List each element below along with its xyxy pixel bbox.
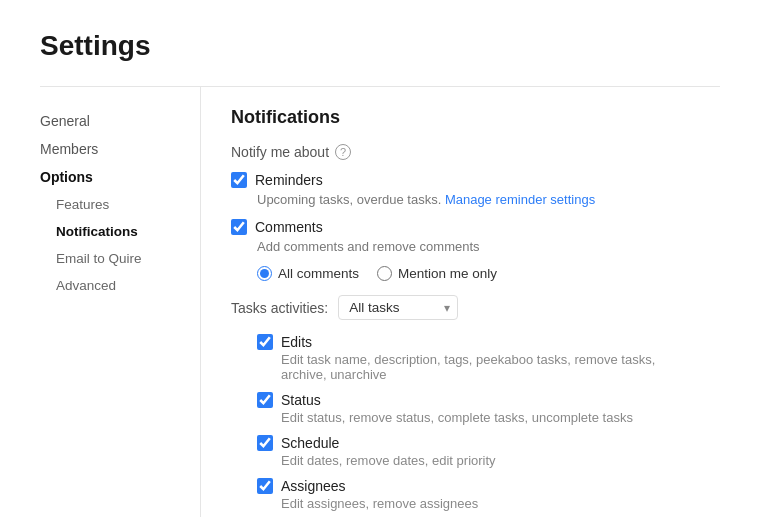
schedule-desc: Edit dates, remove dates, edit priority [281, 453, 690, 468]
tasks-select[interactable]: All tasks My tasks [338, 295, 458, 320]
reminders-row: Reminders [231, 172, 690, 188]
schedule-row: Schedule [257, 435, 690, 451]
tasks-select-wrapper: All tasks My tasks [338, 295, 458, 320]
edits-row: Edits [257, 334, 690, 350]
assignees-desc: Edit assignees, remove assignees [281, 496, 690, 511]
tasks-activities-row: Tasks activities: All tasks My tasks [231, 295, 690, 320]
comments-radio-group: All comments Mention me only [257, 266, 690, 281]
edits-checkbox[interactable] [257, 334, 273, 350]
main-panel: Notifications Notify me about ? Reminder… [200, 87, 720, 517]
info-icon[interactable]: ? [335, 144, 351, 160]
status-row: Status [257, 392, 690, 408]
sidebar-item-options[interactable]: Options [40, 163, 200, 191]
section-title: Notifications [231, 107, 690, 128]
status-desc: Edit status, remove status, complete tas… [281, 410, 690, 425]
sidebar: General Members Options Features Notific… [40, 87, 200, 517]
sidebar-item-notifications[interactable]: Notifications [40, 218, 200, 245]
reminders-checkbox[interactable] [231, 172, 247, 188]
comments-desc: Add comments and remove comments [257, 239, 690, 254]
sidebar-item-general[interactable]: General [40, 107, 200, 135]
comments-checkbox[interactable] [231, 219, 247, 235]
activity-checkboxes: Edits Edit task name, description, tags,… [257, 334, 690, 511]
edits-label[interactable]: Edits [281, 334, 312, 350]
sidebar-item-email-to-quire[interactable]: Email to Quire [40, 245, 200, 272]
page-title: Settings [40, 30, 720, 62]
mention-me-option[interactable]: Mention me only [377, 266, 497, 281]
reminders-desc: Upcoming tasks, overdue tasks. Manage re… [257, 192, 690, 207]
assignees-row: Assignees [257, 478, 690, 494]
mention-me-radio[interactable] [377, 266, 392, 281]
notify-about-label: Notify me about ? [231, 144, 690, 160]
sidebar-item-features[interactable]: Features [40, 191, 200, 218]
schedule-checkbox[interactable] [257, 435, 273, 451]
tasks-activities-label: Tasks activities: [231, 300, 328, 316]
assignees-checkbox[interactable] [257, 478, 273, 494]
schedule-label[interactable]: Schedule [281, 435, 339, 451]
sidebar-item-advanced[interactable]: Advanced [40, 272, 200, 299]
status-checkbox[interactable] [257, 392, 273, 408]
comments-row: Comments [231, 219, 690, 235]
reminders-label[interactable]: Reminders [255, 172, 323, 188]
sidebar-item-members[interactable]: Members [40, 135, 200, 163]
assignees-label[interactable]: Assignees [281, 478, 346, 494]
all-comments-radio[interactable] [257, 266, 272, 281]
status-label[interactable]: Status [281, 392, 321, 408]
edits-desc: Edit task name, description, tags, peeka… [281, 352, 690, 382]
comments-label[interactable]: Comments [255, 219, 323, 235]
manage-reminders-link[interactable]: Manage reminder settings [445, 192, 595, 207]
all-comments-option[interactable]: All comments [257, 266, 359, 281]
